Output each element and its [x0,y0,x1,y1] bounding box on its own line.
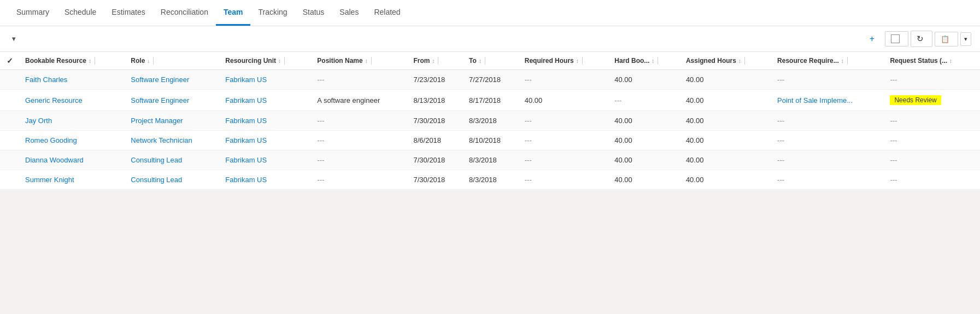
tab-estimates[interactable]: Estimates [104,0,152,26]
cell-resourcing_unit[interactable]: Fabrikam US [220,170,312,190]
view-selector[interactable]: ▾ [9,35,15,43]
toolbar-overflow-dropdown[interactable]: ▾ [960,32,971,46]
cell-resourcing_unit[interactable]: Fabrikam US [220,70,312,90]
cell-role[interactable]: Network Technician [125,131,220,150]
row-checkbox[interactable] [0,90,20,101]
cell-resource_require: --- [772,170,884,190]
col-header-request_status[interactable]: Request Status (...↕ [884,52,980,70]
table-row: Generic ResourceSoftware EngineerFabrika… [0,90,980,111]
col-header-hard_boo[interactable]: Hard Boo...↕ [609,52,680,70]
sort-icon: ↕ [278,58,281,64]
plus-icon: + [870,34,875,44]
cell-role[interactable]: Consulting Lead [125,150,220,170]
sort-icon: ↓ [147,58,150,64]
cell-to: 8/3/2018 [463,170,519,190]
sort-icon: ↕ [576,58,579,64]
col-header-required_hours[interactable]: Required Hours↕ [519,52,609,70]
tab-reconciliation[interactable]: Reconciliation [153,0,216,26]
col-header-role[interactable]: Role↓ [125,52,220,70]
cell-from: 7/30/2018 [408,111,463,131]
cell-bookable_resource[interactable]: Summer Knight [20,170,125,190]
refresh-icon: ↻ [917,34,924,44]
row-checkbox[interactable] [0,170,20,181]
tab-schedule[interactable]: Schedule [57,0,104,26]
cell-bookable_resource[interactable]: Jay Orth [20,111,125,131]
tab-sales[interactable]: Sales [332,0,366,26]
table-body: Faith CharlesSoftware EngineerFabrikam U… [0,70,980,190]
new-button[interactable]: + [864,31,883,46]
cell-to: 8/17/2018 [463,90,519,111]
refresh-button[interactable]: ↻ [911,31,932,47]
toolbar: ▾ + ↻ 📋 ▾ [0,26,980,52]
cell-bookable_resource[interactable]: Romeo Gooding [20,131,125,150]
cell-position_name: --- [312,70,408,90]
chevron-down-icon: ▾ [964,36,967,43]
cell-to: 8/3/2018 [463,111,519,131]
chevron-down-icon: ▾ [12,35,15,43]
cell-position_name: --- [312,131,408,150]
cell-required_hours: --- [519,111,609,131]
cell-position_name: A software engineer [312,90,408,111]
cell-position_name: --- [312,150,408,170]
cell-required_hours: --- [519,170,609,190]
col-header-resource_require[interactable]: Resource Require...↕ [772,52,884,70]
cell-resourcing_unit[interactable]: Fabrikam US [220,90,312,111]
cell-bookable_resource[interactable]: Faith Charles [20,70,125,90]
cell-assigned_hours: 40.00 [680,150,772,170]
cell-role[interactable]: Software Engineer [125,70,220,90]
tab-tracking[interactable]: Tracking [250,0,295,26]
cell-resourcing_unit[interactable]: Fabrikam US [220,111,312,131]
cell-role[interactable]: Software Engineer [125,90,220,111]
sort-icon: ↕ [652,58,654,64]
cell-role[interactable]: Consulting Lead [125,170,220,190]
col-header-bookable_resource[interactable]: Bookable Resource↕ [20,52,125,70]
cell-bookable_resource[interactable]: Dianna Woodward [20,150,125,170]
cell-assigned_hours: 40.00 [680,131,772,150]
confirm-icon [891,34,900,43]
status-badge: Needs Review [890,95,941,105]
col-header-to[interactable]: To↕ [463,52,519,70]
row-checkbox[interactable] [0,70,20,81]
row-checkbox[interactable] [0,111,20,122]
cell-bookable_resource[interactable]: Generic Resource [20,90,125,111]
export-button[interactable]: 📋 [935,32,958,46]
sort-icon: ↕ [841,58,844,64]
cell-resourcing_unit[interactable]: Fabrikam US [220,150,312,170]
tab-related[interactable]: Related [366,0,408,26]
sort-icon: ↕ [432,58,435,64]
table-row: Faith CharlesSoftware EngineerFabrikam U… [0,70,980,90]
table-wrapper: ✓ Bookable Resource↕Role↓Resourcing Unit… [0,52,980,190]
cell-request_status: --- [884,111,980,131]
export-icon: 📋 [941,35,949,43]
cell-resource_require[interactable]: Point of Sale Impleme... [772,90,884,111]
table-header: ✓ Bookable Resource↕Role↓Resourcing Unit… [0,52,980,70]
cell-required_hours: --- [519,150,609,170]
cell-role[interactable]: Project Manager [125,111,220,131]
cell-request_status: --- [884,170,980,190]
select-all-checkbox[interactable]: ✓ [0,52,20,70]
cell-from: 8/13/2018 [408,90,463,111]
table-row: Summer KnightConsulting LeadFabrikam US-… [0,170,980,190]
cell-to: 7/27/2018 [463,70,519,90]
table-row: Dianna WoodwardConsulting LeadFabrikam U… [0,150,980,170]
tab-team[interactable]: Team [216,0,251,26]
cell-request_status: --- [884,131,980,150]
cell-resource_require: --- [772,70,884,90]
table-row: Romeo GoodingNetwork TechnicianFabrikam … [0,131,980,150]
col-header-position_name[interactable]: Position Name↕ [312,52,408,70]
cell-resourcing_unit[interactable]: Fabrikam US [220,131,312,150]
tab-summary[interactable]: Summary [9,0,57,26]
col-header-resourcing_unit[interactable]: Resourcing Unit↕ [220,52,312,70]
cell-request_status: --- [884,70,980,90]
cell-from: 8/6/2018 [408,131,463,150]
row-checkbox[interactable] [0,150,20,161]
col-header-assigned_hours[interactable]: Assigned Hours↕ [680,52,772,70]
sort-icon: ↕ [365,58,368,64]
col-header-from[interactable]: From↕ [408,52,463,70]
confirm-button[interactable] [885,31,908,46]
cell-resource_require: --- [772,111,884,131]
cell-to: 8/10/2018 [463,131,519,150]
row-checkbox[interactable] [0,131,20,142]
cell-request_status: --- [884,150,980,170]
tab-status[interactable]: Status [295,0,332,26]
